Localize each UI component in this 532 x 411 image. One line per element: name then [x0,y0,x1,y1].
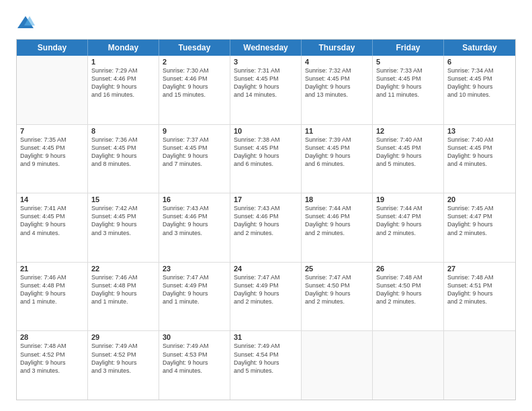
day-cell-29: 29Sunrise: 7:49 AMSunset: 4:52 PMDayligh… [88,331,159,400]
header-day-monday: Monday [88,40,159,56]
cell-info-line: Daylight: 9 hours [376,220,440,228]
cell-info-line: Daylight: 9 hours [376,152,440,160]
cell-info-line: Daylight: 9 hours [305,289,369,298]
cell-info-line: Sunset: 4:45 PM [305,75,369,83]
cell-info-line: and 3 minutes. [163,229,226,237]
cell-info-line: Daylight: 9 hours [163,152,226,160]
cell-info-line: Sunset: 4:45 PM [20,212,84,220]
day-number: 2 [163,58,226,66]
cell-info-line: Sunset: 4:52 PM [20,351,84,359]
cell-info-line: Sunrise: 7:42 AM [91,204,155,212]
header-day-thursday: Thursday [302,40,373,56]
cell-info-line: Daylight: 9 hours [234,289,298,298]
cell-info-line: Sunset: 4:45 PM [447,75,512,83]
logo-icon [16,13,35,32]
cell-info-line: Sunset: 4:45 PM [20,144,84,152]
cell-info-line: Sunrise: 7:44 AM [305,204,369,212]
cell-info-line: Sunset: 4:46 PM [91,75,155,83]
day-number: 4 [305,58,369,66]
cell-info-line: Sunset: 4:51 PM [447,281,512,289]
cell-info-line: and 2 minutes. [376,298,440,306]
cell-info-line: Sunset: 4:54 PM [234,351,298,359]
cell-info-line: Sunrise: 7:48 AM [20,342,84,350]
day-number: 9 [163,127,226,135]
cell-info-line: and 3 minutes. [20,367,84,375]
cell-info-line: Sunset: 4:46 PM [305,212,369,220]
cell-info-line: Sunset: 4:46 PM [163,212,226,220]
calendar-row-3: 14Sunrise: 7:41 AMSunset: 4:45 PMDayligh… [17,193,515,263]
cell-info-line: Daylight: 9 hours [20,289,84,298]
empty-cell-0-0 [17,56,88,124]
day-number: 14 [20,195,84,203]
cell-info-line: and 5 minutes. [376,160,440,168]
cell-info-line: and 16 minutes. [91,91,155,99]
cell-info-line: Sunrise: 7:47 AM [234,273,298,281]
day-cell-13: 13Sunrise: 7:40 AMSunset: 4:45 PMDayligh… [444,125,515,193]
day-cell-27: 27Sunrise: 7:48 AMSunset: 4:51 PMDayligh… [444,263,515,331]
cell-info-line: Daylight: 9 hours [91,83,155,91]
cell-info-line: and 11 minutes. [376,91,440,99]
day-cell-20: 20Sunrise: 7:45 AMSunset: 4:47 PMDayligh… [444,193,515,262]
cell-info-line: Sunrise: 7:49 AM [91,342,155,350]
cell-info-line: Daylight: 9 hours [91,220,155,228]
day-number: 7 [20,127,84,135]
cell-info-line: Sunrise: 7:40 AM [376,136,440,144]
day-number: 26 [376,265,440,273]
cell-info-line: and 2 minutes. [234,229,298,237]
day-number: 3 [234,58,298,66]
cell-info-line: and 6 minutes. [305,160,369,168]
day-number: 13 [447,127,512,135]
day-cell-3: 3Sunrise: 7:31 AMSunset: 4:45 PMDaylight… [230,56,302,124]
day-number: 16 [163,195,226,203]
day-number: 11 [305,127,369,135]
cell-info-line: Sunset: 4:45 PM [376,75,440,83]
cell-info-line: Sunrise: 7:41 AM [20,204,84,212]
cell-info-line: and 15 minutes. [163,91,226,99]
cell-info-line: Sunset: 4:47 PM [447,212,512,220]
cell-info-line: Sunrise: 7:34 AM [447,66,512,75]
day-number: 23 [163,265,226,273]
cell-info-line: Sunset: 4:45 PM [376,144,440,152]
day-cell-15: 15Sunrise: 7:42 AMSunset: 4:45 PMDayligh… [88,193,159,262]
day-number: 6 [447,58,512,66]
day-cell-2: 2Sunrise: 7:30 AMSunset: 4:46 PMDaylight… [159,56,230,124]
cell-info-line: Sunrise: 7:48 AM [376,273,440,281]
cell-info-line: Sunset: 4:50 PM [376,281,440,289]
cell-info-line: and 3 minutes. [91,229,155,237]
day-cell-1: 1Sunrise: 7:29 AMSunset: 4:46 PMDaylight… [88,56,159,124]
day-number: 10 [234,127,298,135]
day-cell-22: 22Sunrise: 7:46 AMSunset: 4:48 PMDayligh… [88,263,159,331]
header-day-friday: Friday [373,40,444,56]
cell-info-line: Sunrise: 7:45 AM [447,204,512,212]
cell-info-line: and 2 minutes. [234,298,298,306]
day-cell-25: 25Sunrise: 7:47 AMSunset: 4:50 PMDayligh… [302,263,373,331]
cell-info-line: and 4 minutes. [163,367,226,375]
cell-info-line: Sunrise: 7:49 AM [163,342,226,350]
cell-info-line: Sunrise: 7:32 AM [305,66,369,75]
calendar-row-5: 28Sunrise: 7:48 AMSunset: 4:52 PMDayligh… [17,331,515,400]
cell-info-line: Sunset: 4:45 PM [234,144,298,152]
header-day-sunday: Sunday [17,40,88,56]
day-cell-7: 7Sunrise: 7:35 AMSunset: 4:45 PMDaylight… [17,125,88,193]
day-cell-31: 31Sunrise: 7:49 AMSunset: 4:54 PMDayligh… [230,331,302,400]
cell-info-line: and 8 minutes. [91,160,155,168]
cell-info-line: Sunrise: 7:47 AM [163,273,226,281]
cell-info-line: Sunrise: 7:38 AM [234,136,298,144]
cell-info-line: Sunset: 4:45 PM [305,144,369,152]
empty-cell-4-5 [373,331,444,400]
day-cell-23: 23Sunrise: 7:47 AMSunset: 4:49 PMDayligh… [159,263,230,331]
cell-info-line: Daylight: 9 hours [234,220,298,228]
day-cell-9: 9Sunrise: 7:37 AMSunset: 4:45 PMDaylight… [159,125,230,193]
cell-info-line: Daylight: 9 hours [20,152,84,160]
cell-info-line: and 5 minutes. [234,367,298,375]
cell-info-line: Sunrise: 7:31 AM [234,66,298,75]
empty-cell-4-6 [444,331,515,400]
header-day-wednesday: Wednesday [230,40,302,56]
cell-info-line: Sunset: 4:45 PM [91,212,155,220]
day-number: 27 [447,265,512,273]
cell-info-line: Daylight: 9 hours [447,83,512,91]
day-number: 8 [91,127,155,135]
page: SundayMondayTuesdayWednesdayThursdayFrid… [0,0,532,411]
day-cell-4: 4Sunrise: 7:32 AMSunset: 4:45 PMDaylight… [302,56,373,124]
day-cell-16: 16Sunrise: 7:43 AMSunset: 4:46 PMDayligh… [159,193,230,262]
